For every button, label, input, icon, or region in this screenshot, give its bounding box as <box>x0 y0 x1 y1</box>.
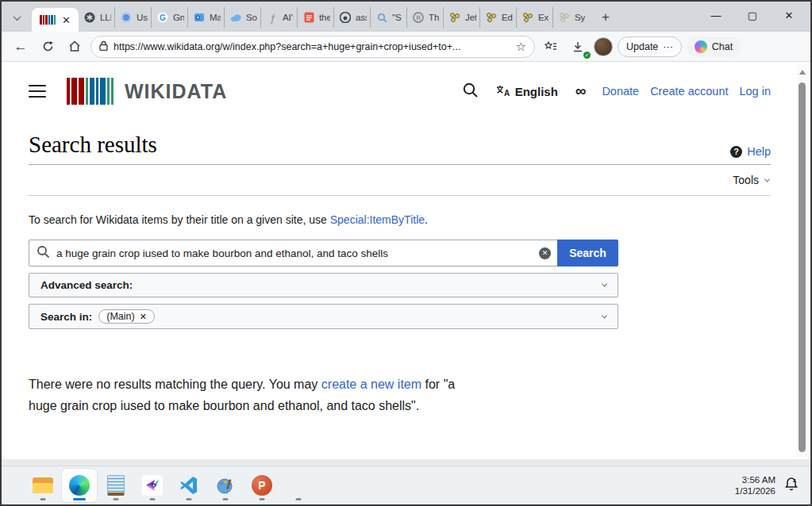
infinity-icon[interactable]: ∞ <box>575 82 585 100</box>
search-in-label: Search in: <box>40 311 92 323</box>
tab-google[interactable]: G Gn <box>152 7 188 28</box>
wikidata-wordmark[interactable]: WIKIDATA <box>125 80 227 103</box>
tab-cloud[interactable]: So <box>225 7 261 28</box>
svg-text:G: G <box>160 13 167 22</box>
tab-outlook[interactable]: Ma <box>188 7 225 28</box>
chevron-down-icon <box>602 282 607 287</box>
minimize-button[interactable]: — <box>698 2 734 29</box>
maximize-button[interactable]: ▢ <box>734 2 771 29</box>
design-app-icon[interactable] <box>135 469 170 502</box>
tools-dropdown[interactable]: Tools <box>29 165 771 196</box>
search-input[interactable] <box>56 247 533 259</box>
page-content: WIKIDATA A English ∞ Donate Create accou… <box>2 62 810 459</box>
hamburger-menu-icon[interactable] <box>29 85 46 98</box>
tab-chatgpt[interactable]: LLl <box>79 7 115 28</box>
wikidata-logo[interactable] <box>67 78 114 105</box>
tab-bar: ✕ LLl Us G Gn Ma So ƒ AI' the <box>2 2 810 32</box>
tab-query-4[interactable]: Sy <box>553 7 590 28</box>
window-bottom-edge <box>2 459 810 466</box>
svg-text:A: A <box>504 89 510 98</box>
remove-chip-icon[interactable]: ✕ <box>140 312 147 322</box>
tab-search[interactable]: "S <box>371 7 407 28</box>
browser-window: ✕ LLl Us G Gn Ma So ƒ AI' the <box>0 0 812 506</box>
url-text[interactable]: https://www.wikidata.org/w/index.php?sea… <box>114 41 510 52</box>
help-link[interactable]: ? Help <box>730 145 771 158</box>
advanced-search-panel[interactable]: Advanced search: <box>29 273 618 297</box>
download-complete-badge: ✓ <box>583 52 591 59</box>
create-account-link[interactable]: Create account <box>650 85 728 98</box>
florin-icon: ƒ <box>267 12 279 24</box>
update-button[interactable]: Update ··· <box>618 36 682 57</box>
new-tab-button[interactable]: + <box>595 7 617 28</box>
google-icon: G <box>157 12 169 24</box>
file-explorer-icon[interactable] <box>25 469 60 502</box>
address-bar[interactable]: https://www.wikidata.org/w/index.php?sea… <box>90 36 535 58</box>
scroll-up-arrow[interactable] <box>799 70 806 75</box>
collections-icon[interactable] <box>540 36 562 58</box>
advanced-search-label: Advanced search: <box>40 279 133 291</box>
chevron-down-icon <box>13 13 21 21</box>
chatgpt-icon <box>84 12 96 24</box>
taskbar: P 3:56 AM 1/31/2026 z <box>2 466 810 504</box>
chat-label: Chat <box>712 41 733 52</box>
search-button[interactable]: Search <box>557 240 618 266</box>
svg-text:z: z <box>793 477 796 483</box>
tab-wikidata-active[interactable]: ✕ <box>32 8 79 32</box>
notepad-icon[interactable] <box>98 469 133 502</box>
query-graph-icon-faded <box>559 12 571 24</box>
copilot-chat-button[interactable]: Chat <box>687 36 741 57</box>
item-by-title-link[interactable]: Special:ItemByTitle <box>330 213 425 226</box>
tab-pdf[interactable]: the <box>298 7 334 28</box>
favorite-star-icon[interactable]: ☆ <box>516 40 526 54</box>
search-in-panel[interactable]: Search in: (Main) ✕ <box>29 304 618 329</box>
browser-toolbar: ← https://www.wikidata.org/w/index.php?s… <box>2 32 810 62</box>
clock-time: 3:56 AM <box>735 474 775 485</box>
more-dots-icon: ··· <box>663 41 673 52</box>
copilot-icon <box>695 40 707 53</box>
vscode-icon[interactable] <box>171 469 206 502</box>
create-new-item-link[interactable]: create a new item <box>321 378 421 391</box>
query-graph-icon <box>486 12 498 24</box>
tab-github[interactable]: ass <box>334 7 371 28</box>
search-icon <box>376 12 388 24</box>
close-button[interactable]: ✕ <box>771 2 807 29</box>
donate-link[interactable]: Donate <box>602 85 639 98</box>
tab-pause[interactable]: Th <box>407 7 444 28</box>
back-button[interactable]: ← <box>10 36 32 58</box>
intro-text: To search for Wikidata items by their ti… <box>29 213 771 226</box>
search-icon <box>37 245 50 262</box>
tab-florin[interactable]: ƒ AI' <box>261 7 298 28</box>
downloads-icon[interactable]: ✓ <box>567 36 589 58</box>
pause-circle-icon <box>413 12 425 24</box>
tab-query-3[interactable]: Ex <box>517 7 553 28</box>
tab-query-1[interactable]: Jet <box>444 7 480 28</box>
tab-query-2[interactable]: Ed <box>480 7 517 28</box>
edge-browser-icon[interactable] <box>62 469 97 502</box>
log-in-link[interactable]: Log in <box>739 85 771 98</box>
pinned-app-icon[interactable] <box>281 469 316 502</box>
profile-avatar[interactable] <box>594 37 613 56</box>
search-box[interactable]: ✕ <box>29 240 557 266</box>
vertical-scrollbar[interactable] <box>797 65 808 457</box>
close-tab-icon[interactable]: ✕ <box>62 15 71 25</box>
query-graph-icon <box>522 12 534 24</box>
refresh-button[interactable] <box>37 36 59 58</box>
cloud-icon <box>230 12 242 24</box>
powerpoint-icon[interactable]: P <box>244 469 279 502</box>
namespace-chip[interactable]: (Main) ✕ <box>98 309 155 324</box>
tab-search-dropdown[interactable] <box>5 6 29 29</box>
help-label[interactable]: Help <box>747 145 771 158</box>
query-graph-icon <box>449 12 461 24</box>
sphere-icon <box>121 12 133 24</box>
search-form: ✕ Search <box>29 240 771 266</box>
notification-bell-icon[interactable]: z <box>783 476 799 495</box>
taskbar-clock[interactable]: 3:56 AM 1/31/2026 <box>735 474 775 496</box>
scrollbar-thumb[interactable] <box>799 82 806 452</box>
language-selector[interactable]: A English <box>496 85 558 98</box>
home-button[interactable] <box>63 36 86 58</box>
window-controls: — ▢ ✕ <box>698 2 807 32</box>
search-icon[interactable] <box>462 82 479 102</box>
paint-icon[interactable] <box>208 469 243 502</box>
clear-search-icon[interactable]: ✕ <box>539 247 551 259</box>
tab-sphere[interactable]: Us <box>115 7 152 28</box>
